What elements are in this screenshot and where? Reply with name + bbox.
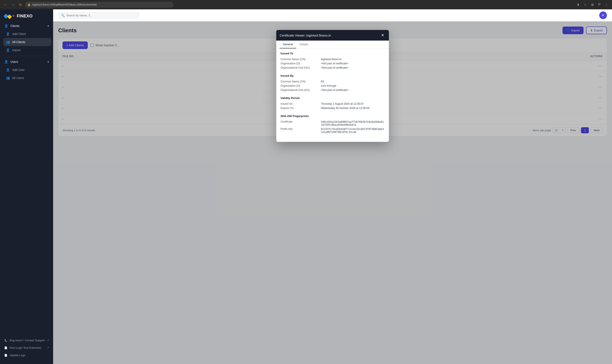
cert-fp-pubkey-label: Public key [280,127,321,134]
forward-button[interactable]: → [10,2,16,7]
cert-close-button[interactable]: ✕ [380,33,386,38]
cert-tabs: General Details [276,40,389,48]
clients-label: Clients [10,24,20,28]
extension-label: New Login Tool Extension [10,346,41,349]
sidebar-item-update-logs[interactable]: 📄 Update Logs [2,351,52,359]
profile-icon[interactable]: P [597,2,602,7]
all-clients-label: All Clients [12,40,25,44]
add-user-icon: 👤 [6,68,10,72]
cert-by-ou-label: Organisational Unit (OU) [280,88,321,92]
extension-external-icon: ↗ [47,346,49,349]
sidebar-item-extension[interactable]: 📄 New Login Tool Extension ↗ [2,344,52,351]
cert-issued-to-table: Common Name (CN) logintool.finexo.in Org… [280,57,385,70]
cert-by-org-row: Organisation (O) Let's Encrypt [280,84,385,88]
add-client-icon: 👤 [6,32,10,36]
lock-icon: 🔒 [27,3,31,6]
browser-chrome: ← → ↻ 🔒 logintool.finexo.in/66adf6de040f… [0,0,612,9]
cert-by-cn-value: E6 [321,79,385,84]
sidebar-item-users[interactable]: 👤 Users ▾ [2,58,52,66]
cert-cn-label: Common Name (CN) [280,57,321,61]
extensions-icon[interactable]: ⚙ [590,2,595,8]
cert-issued-on-row: Issued On Thursday 1 August 2024 at 12:5… [280,102,385,106]
modal-backdrop[interactable]: Certificate Viewer: logintool.finexo.in … [53,21,612,364]
cert-validity-title: Validity Period [280,96,385,100]
sidebar-item-all-clients[interactable]: 👥 All Clients [3,38,52,46]
cert-fp-pubkey-value: 813337179c82b550f7c5c0cd3c6bf3f0f3685abb… [321,127,385,134]
cert-issued-to-title: Issued To [280,52,385,55]
cert-by-cn-row: Common Name (CN) E6 [280,79,385,84]
cert-expires-on-label: Expires On [280,106,321,110]
star-icon[interactable]: ☆ [583,2,588,8]
cert-tab-details[interactable]: Details [296,40,312,48]
cert-cn-row: Common Name (CN) logintool.finexo.in [280,57,385,61]
user-avatar[interactable]: P [599,12,607,19]
cert-tab-general[interactable]: General [280,40,296,48]
content-wrapper: 🔍 P Clients 👤 Import ⬇ Export [53,9,612,364]
sidebar-item-clients[interactable]: 👤 Clients ▾ [2,22,52,30]
cert-validity-section: Validity Period Issued On Thursday 1 Aug… [280,96,385,110]
cert-issued-by-table: Common Name (CN) E6 Organisation (O) Let… [280,79,385,92]
logo-icon [4,14,11,18]
cert-issued-on-value: Thursday 1 August 2024 at 12:56:07 [321,102,385,106]
all-clients-icon: 👥 [6,40,10,44]
cert-fp-pubkey-row: Public key 813337179c82b550f7c5c0cd3c6bf… [280,127,385,134]
cert-issued-on-label: Issued On [280,102,321,106]
download-icon[interactable]: ⬇ [575,2,581,8]
address-bar[interactable]: 🔒 logintool.finexo.in/66adf6de040f29eacc… [25,2,173,8]
cert-by-cn-label: Common Name (CN) [280,79,321,84]
sidebar-nav: 👤 Clients ▾ 👤 Add Client 👥 All Clients 👤… [0,22,53,82]
sidebar-item-import[interactable]: 👤 Import [3,46,52,54]
cert-body: Issued To Common Name (CN) logintool.fin… [276,48,389,142]
sidebar-item-add-user[interactable]: 👤 Add User [3,66,52,74]
cert-cn-value: logintool.finexo.in [321,57,385,61]
cert-fp-cert-label: Certificate [280,120,321,127]
cert-fp-pubkey-hash: 813337179c82b550f7c5c0cd3c6bf3f0f3685abb… [321,128,384,134]
cert-by-ou-value: <Not part of certificate> [321,88,385,92]
users-label: Users [10,60,18,64]
cert-fp-cert-row: Certificate 549cd29a3263e8989faaff3b7603… [280,120,385,127]
app-layout: ♥ FINEXO 👤 Clients ▾ 👤 Add Client 👥 All … [0,9,612,364]
cert-fingerprints-section: SHA-256 Fingerprints Certificate 549cd29… [280,115,385,134]
cert-issued-to-section: Issued To Common Name (CN) logintool.fin… [280,52,385,70]
sidebar-divider [4,56,49,56]
cert-by-org-value: Let's Encrypt [321,84,385,88]
sidebar-logo: ♥ FINEXO [0,9,53,22]
cert-org-label: Organisation (O) [280,61,321,66]
clients-submenu: 👤 Add Client 👥 All Clients 👤 Import [2,30,52,54]
all-users-label: All Users [12,76,24,80]
extension-icon: 📄 [4,346,7,349]
users-icon: 👤 [4,60,8,64]
sidebar-bottom: 🐛 Bug report / Contact Support ↗ 📄 New L… [0,335,53,361]
update-logs-label: Update Logs [10,354,25,357]
cert-org-row: Organisation (O) <Not part of certificat… [280,61,385,66]
menu-icon[interactable]: ⋮ [603,2,610,8]
import-label: Import [12,48,21,52]
search-input[interactable] [66,14,136,17]
back-button[interactable]: ← [2,2,9,7]
browser-toolbar: ⬇ ☆ ⚙ P ⋮ [575,2,610,8]
sidebar-item-all-users[interactable]: 👥 All Users [3,74,52,82]
cert-ou-label: Organisational Unit (OU) [280,66,321,70]
cert-ou-row: Organisational Unit (OU) <Not part of ce… [280,66,385,70]
cert-fp-cert-value: 549cd29a3263e8989faaff3b76039724a9a560a9… [321,120,385,127]
logo-diamond-yellow [7,14,12,19]
cert-issued-by-section: Issued By Common Name (CN) E6 Organisati… [280,74,385,92]
cert-by-ou-row: Organisational Unit (OU) <Not part of ce… [280,88,385,92]
users-chevron: ▾ [48,61,49,63]
add-user-label: Add User [12,68,25,72]
cert-expires-on-value: Wednesday 30 October 2024 at 12:56:06 [321,106,385,110]
sidebar-item-add-client[interactable]: 👤 Add Client [3,30,52,38]
cert-modal-title: Certificate Viewer: logintool.finexo.in [280,34,331,37]
url-text: logintool.finexo.in/66adf6de040f29eacc18… [32,3,97,6]
sidebar: ♥ FINEXO 👤 Clients ▾ 👤 Add Client 👥 All … [0,9,53,364]
cert-ou-value: <Not part of certificate> [321,66,385,70]
cert-validity-table: Issued On Thursday 1 August 2024 at 12:5… [280,102,385,110]
bug-icon: 🐛 [4,339,7,342]
sidebar-item-bug-report[interactable]: 🐛 Bug report / Contact Support ↗ [2,337,52,344]
certificate-modal: Certificate Viewer: logintool.finexo.in … [276,30,389,142]
reload-button[interactable]: ↻ [18,2,23,8]
search-wrap: 🔍 [58,12,139,18]
logo-heart: ♥ [12,14,15,18]
clients-icon: 👤 [4,24,8,28]
topbar: 🔍 P [53,9,612,21]
